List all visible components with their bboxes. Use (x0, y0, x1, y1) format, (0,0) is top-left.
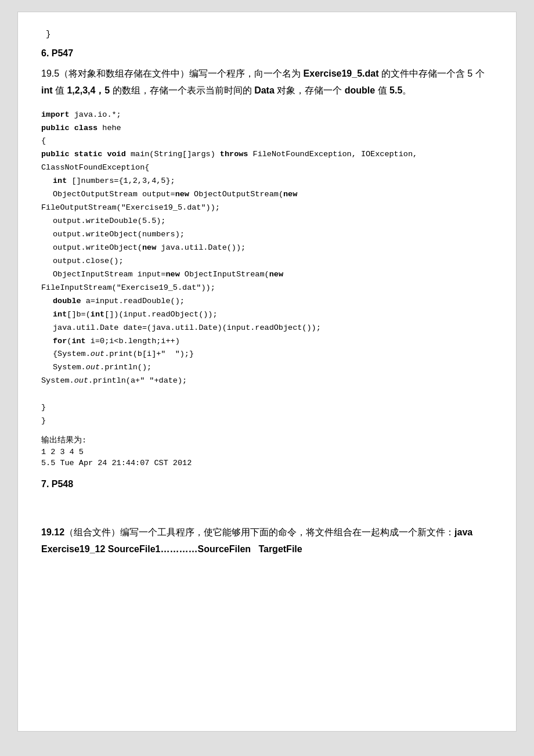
output-line1: 1 2 3 4 5 (41, 448, 493, 456)
problem-6-header: 6. P547 (41, 48, 493, 59)
code-block: import java.io.*; public class hehe { pu… (41, 109, 493, 429)
closing-brace: } (41, 30, 493, 39)
problem-6-description: 19.5（将对象和数组存储在文件中）编写一个程序，向一个名为 Exercise1… (41, 66, 493, 99)
page-container: } 6. P547 19.5（将对象和数组存储在文件中）编写一个程序，向一个名为… (17, 12, 517, 732)
output-line2: 5.5 Tue Apr 24 21:44:07 CST 2012 (41, 459, 493, 467)
problem-12-description: 19.12（组合文件）编写一个工具程序，使它能够用下面的命令，将文件组合在一起构… (41, 524, 493, 558)
output-label: 输出结果为: (41, 435, 493, 445)
problem-7-header: 7. P548 (41, 479, 493, 489)
